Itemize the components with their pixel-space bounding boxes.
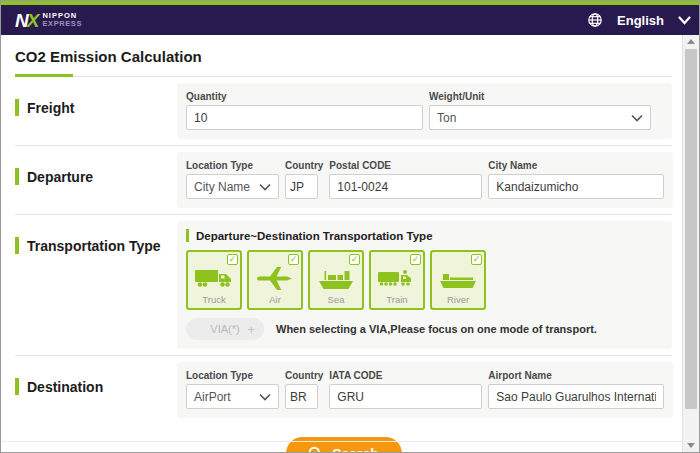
transport-mode-truck[interactable]: ✓ Truck <box>186 250 242 310</box>
subtitle-accent <box>186 229 189 242</box>
header: NX NIPPON EXPRESS English <box>1 5 699 35</box>
app-window: NX NIPPON EXPRESS English <box>0 0 700 453</box>
chevron-down-icon <box>631 114 643 122</box>
section-departure: Departure Location Type City Name Countr… <box>15 146 672 214</box>
destination-location-type-select[interactable]: AirPort <box>186 384 279 409</box>
departure-location-type-select[interactable]: City Name <box>186 174 279 199</box>
section-transportation: Transportation Type Departure~Destinatio… <box>15 215 672 355</box>
vertical-scrollbar <box>682 35 699 452</box>
checkmark-icon: ✓ <box>412 255 420 264</box>
scroll-down-button[interactable] <box>683 439 699 452</box>
nx-logo[interactable]: NX NIPPON EXPRESS <box>15 11 82 30</box>
section-title-freight: Freight <box>27 100 74 116</box>
transport-mode-air[interactable]: ✓ Air <box>247 250 303 310</box>
transport-mode-train[interactable]: ✓ Train <box>369 250 425 310</box>
air-checkbox[interactable]: ✓ <box>288 254 299 265</box>
plane-icon <box>256 265 294 292</box>
section-title-destination: Destination <box>27 379 103 395</box>
destination-airport-name-input[interactable] <box>488 384 664 409</box>
barge-icon <box>438 265 478 292</box>
checkmark-icon: ✓ <box>229 255 237 264</box>
mode-label: Air <box>269 294 281 305</box>
title-divider <box>15 74 672 77</box>
checkmark-icon: ✓ <box>473 255 481 264</box>
mode-label: Sea <box>328 294 345 305</box>
section-title-departure: Departure <box>27 169 93 185</box>
truck-checkbox[interactable]: ✓ <box>227 254 238 265</box>
river-checkbox[interactable]: ✓ <box>471 254 482 265</box>
section-freight: Freight Quantity Weight/Unit Ton <box>15 77 672 145</box>
mode-label: River <box>447 294 469 305</box>
chevron-down-icon[interactable] <box>678 16 691 25</box>
train-icon <box>377 265 417 292</box>
weight-unit-label: Weight/Unit <box>429 91 651 102</box>
departure-country-input[interactable] <box>285 174 318 199</box>
brand-name: NIPPON EXPRESS <box>42 12 82 28</box>
departure-city-name-input[interactable] <box>488 174 664 199</box>
language-selector[interactable]: English <box>617 13 664 28</box>
destination-location-type-value: AirPort <box>194 390 231 404</box>
section-accent <box>15 168 19 185</box>
via-button[interactable]: VIA(*) + <box>186 318 264 340</box>
section-destination: Destination Location Type AirPort Countr… <box>15 356 672 424</box>
destination-iata-code-input[interactable] <box>329 384 482 409</box>
weight-unit-select[interactable]: Ton <box>429 105 651 130</box>
mode-label: Train <box>386 294 407 305</box>
transportation-subtitle: Departure~Destination Transportation Typ… <box>196 230 433 242</box>
via-note: When selecting a VIA,Please focus on one… <box>276 323 597 335</box>
search-icon <box>308 446 323 453</box>
content: CO2 Emission Calculation Freight Quantit… <box>1 35 682 452</box>
train-checkbox[interactable]: ✓ <box>410 254 421 265</box>
ship-icon <box>316 265 356 292</box>
weight-unit-value: Ton <box>437 111 456 125</box>
section-accent <box>15 378 19 395</box>
mode-label: Truck <box>202 294 225 305</box>
departure-postal-code-input[interactable] <box>329 174 482 199</box>
section-title-transportation: Transportation Type <box>27 238 161 254</box>
chevron-down-icon <box>259 183 271 191</box>
destination-country-label: Country <box>285 370 323 381</box>
transport-modes: ✓ Truck ✓ <box>186 250 663 310</box>
plus-icon: + <box>247 323 255 336</box>
truck-icon <box>194 265 234 292</box>
quantity-label: Quantity <box>186 91 423 102</box>
checkmark-icon: ✓ <box>351 255 359 264</box>
scrollbar-thumb[interactable] <box>685 49 697 409</box>
departure-postal-code-label: Postal CODE <box>329 160 482 171</box>
destination-airport-name-label: Airport Name <box>488 370 664 381</box>
departure-location-type-value: City Name <box>194 180 250 194</box>
departure-location-type-label: Location Type <box>186 160 279 171</box>
page-title: CO2 Emission Calculation <box>15 35 672 65</box>
destination-iata-code-label: IATA CODE <box>329 370 482 381</box>
transport-mode-sea[interactable]: ✓ Sea <box>308 250 364 310</box>
chevron-down-icon <box>259 393 271 401</box>
sea-checkbox[interactable]: ✓ <box>349 254 360 265</box>
nx-logo-mark: NX <box>15 11 37 30</box>
globe-icon[interactable] <box>587 12 603 28</box>
scroll-up-button[interactable] <box>683 35 699 48</box>
departure-city-name-label: City Name <box>488 160 664 171</box>
search-button-label: Search <box>332 446 379 453</box>
destination-location-type-label: Location Type <box>186 370 279 381</box>
destination-country-input[interactable] <box>285 384 318 409</box>
checkmark-icon: ✓ <box>290 255 298 264</box>
via-button-label: VIA(*) <box>210 323 239 335</box>
transport-mode-river[interactable]: ✓ River <box>430 250 486 310</box>
search-button[interactable]: Search <box>286 437 402 453</box>
section-accent <box>15 237 19 254</box>
departure-country-label: Country <box>285 160 323 171</box>
footer-divider <box>1 441 682 442</box>
quantity-input[interactable] <box>186 105 423 130</box>
section-accent <box>15 99 19 116</box>
